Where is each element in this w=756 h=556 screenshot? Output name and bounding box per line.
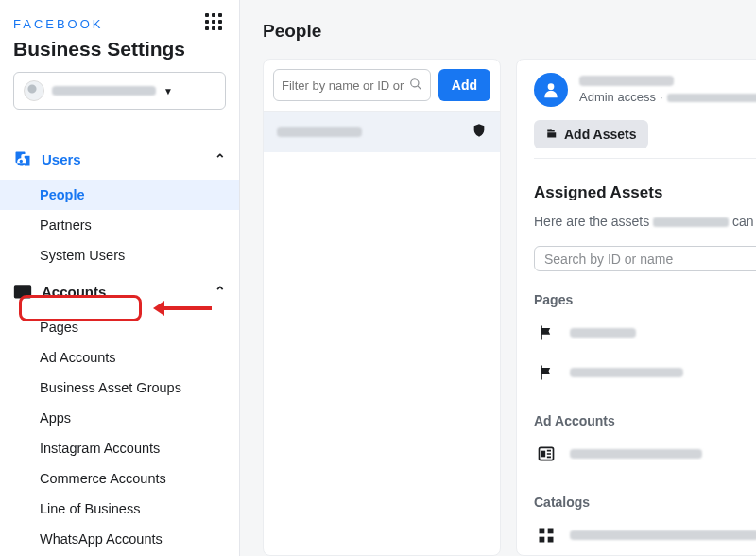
- sidebar-item-business-asset-groups[interactable]: Business Asset Groups: [0, 373, 239, 403]
- content-title: People: [263, 21, 756, 42]
- asset-search-field[interactable]: Search by ID or name: [534, 246, 756, 271]
- users-icon: [13, 149, 32, 168]
- flag-icon: [534, 360, 558, 385]
- accounts-icon: [13, 282, 32, 301]
- sidebar-item-partners[interactable]: Partners: [0, 210, 239, 240]
- nav-section-users[interactable]: Users ⌃: [0, 138, 239, 180]
- people-filter-field[interactable]: [273, 69, 431, 101]
- sidebar-item-apps[interactable]: Apps: [0, 403, 239, 433]
- svg-rect-9: [540, 537, 545, 543]
- svg-rect-6: [541, 451, 545, 458]
- svg-rect-5: [540, 447, 554, 460]
- asset-row[interactable]: [534, 434, 756, 474]
- nav-section-label: Users: [42, 151, 81, 167]
- sidebar-item-commerce-accounts[interactable]: Commerce Accounts: [0, 463, 239, 494]
- add-assets-button[interactable]: Add Assets: [534, 120, 648, 148]
- svg-rect-10: [548, 537, 554, 543]
- sidebar-item-line-of-business[interactable]: Line of Business: [0, 494, 239, 524]
- add-assets-icon: [545, 128, 557, 141]
- person-name-blurred: [579, 76, 674, 86]
- brand-label: FACEBOOK: [13, 17, 104, 31]
- chevron-up-icon: ⌃: [215, 151, 226, 166]
- apps-grid-icon[interactable]: [205, 13, 226, 34]
- people-list-panel: Add: [263, 59, 501, 556]
- assigned-assets-description: Here are the assets can access. View and…: [534, 212, 756, 231]
- sidebar: FACEBOOK Business Settings ▼ Use: [0, 0, 240, 556]
- asset-group-pages-title: Pages: [534, 292, 756, 307]
- person-row-selected[interactable]: [264, 112, 500, 152]
- asset-group-catalogs-title: Catalogs: [534, 495, 756, 510]
- asset-name-blurred: [570, 530, 756, 540]
- nav-section-label: Accounts: [42, 284, 106, 300]
- svg-rect-7: [540, 529, 545, 534]
- chevron-down-icon: ▼: [163, 86, 173, 96]
- sidebar-item-pages[interactable]: Pages: [0, 312, 239, 342]
- sidebar-item-ad-accounts[interactable]: Ad Accounts: [0, 342, 239, 373]
- asset-name-blurred: [570, 328, 636, 338]
- sidebar-item-system-users[interactable]: System Users: [0, 240, 239, 270]
- business-name-blurred: [52, 86, 156, 96]
- avatar: [534, 73, 568, 107]
- sidebar-item-people[interactable]: People: [0, 180, 239, 210]
- nav-section-accounts[interactable]: Accounts ⌃: [0, 270, 239, 312]
- svg-point-0: [20, 160, 23, 163]
- add-person-button[interactable]: Add: [438, 69, 490, 101]
- flag-icon: [534, 321, 558, 345]
- sidebar-item-instagram-accounts[interactable]: Instagram Accounts: [0, 433, 239, 463]
- business-selector[interactable]: ▼: [13, 72, 226, 110]
- shield-icon: [472, 123, 487, 141]
- asset-search-placeholder: Search by ID or name: [544, 252, 673, 267]
- page-title: Business Settings: [13, 38, 226, 61]
- add-assets-label: Add Assets: [564, 127, 637, 142]
- business-avatar-icon: [24, 80, 44, 101]
- assigned-assets-title: Assigned Assets: [534, 183, 756, 202]
- asset-row[interactable]: [534, 353, 756, 392]
- sidebar-item-whatsapp-accounts[interactable]: WhatsApp Accounts: [0, 524, 239, 554]
- catalog-icon: [534, 523, 558, 547]
- asset-row[interactable]: [534, 313, 756, 353]
- sidebar-nav: Users ⌃ People Partners System Users Acc…: [0, 138, 239, 556]
- chevron-up-icon: ⌃: [215, 284, 226, 299]
- person-role: Admin access·: [579, 90, 756, 104]
- asset-name-blurred: [570, 368, 683, 377]
- svg-rect-8: [548, 529, 554, 534]
- asset-name-blurred: [570, 449, 702, 459]
- person-detail-panel: Admin access· Add Assets Assigned Assets…: [516, 59, 756, 556]
- svg-point-4: [548, 83, 555, 90]
- people-filter-input[interactable]: [282, 78, 404, 93]
- person-name-blurred: [277, 127, 362, 137]
- main-content: People Add: [240, 0, 756, 556]
- ad-account-icon: [534, 442, 558, 466]
- asset-row[interactable]: [534, 515, 756, 555]
- asset-group-adaccounts-title: Ad Accounts: [534, 413, 756, 428]
- search-icon: [409, 78, 422, 94]
